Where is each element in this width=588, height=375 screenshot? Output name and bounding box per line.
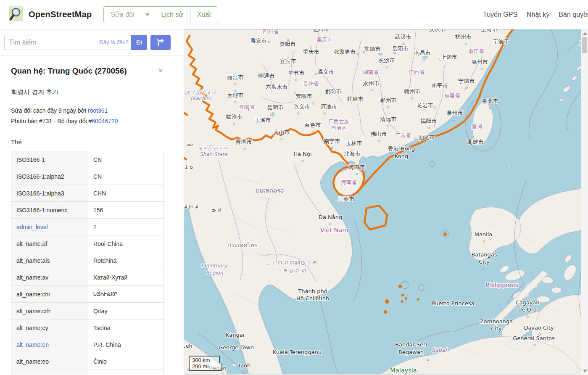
place-dot xyxy=(346,206,348,207)
place-dot xyxy=(235,101,236,103)
map-label: 北海市 xyxy=(344,151,361,157)
map-label: 佛山市 xyxy=(371,131,387,137)
place-dot xyxy=(235,83,236,85)
tag-value: Rotchina xyxy=(88,252,164,269)
tag-key: alt_name:als xyxy=(11,252,88,269)
directions-button[interactable] xyxy=(150,35,171,50)
place-dot xyxy=(245,372,246,373)
map-label: 上饶市 xyxy=(441,54,457,60)
map-label: de Oro xyxy=(518,306,537,313)
tag-key: alt_name:chr xyxy=(11,286,88,303)
edited-ago: cách đây 9 ngày xyxy=(33,107,76,114)
place-dot xyxy=(452,119,454,121)
map-label: 文山市 xyxy=(274,129,290,135)
search-go-button[interactable]: Đi xyxy=(131,35,147,50)
place-dot xyxy=(475,148,476,149)
place-dot xyxy=(330,223,331,225)
map-label: Begawan xyxy=(398,349,424,355)
nav-user-diaries[interactable]: Nhật ký xyxy=(527,11,549,18)
map-label: 桂林市 xyxy=(347,96,364,102)
tag-key xyxy=(11,370,88,375)
map-label: ရန်ကုန် xyxy=(184,203,198,210)
place-dot xyxy=(434,107,435,108)
map-viewport[interactable]: 四川省达州市安庆市上海市雅安市资阳市重庆市重庆市张家界市常德市武汉市岳阳市南昌市… xyxy=(184,29,588,375)
map-label: ရှမ်းပြည်နယ် xyxy=(197,145,228,151)
place-dot xyxy=(423,59,425,61)
brand[interactable]: OpenStreetMap xyxy=(0,5,92,24)
map-label: 兴义市 xyxy=(294,103,310,110)
place-dot xyxy=(428,127,430,129)
where-am-i-link[interactable]: Đây là đâu? xyxy=(100,39,129,45)
map-label: 普洱市 xyxy=(236,139,252,145)
map-label: 都匀市 xyxy=(325,88,342,95)
map-label: Batangas xyxy=(471,251,497,258)
map-label: 广西壮族 xyxy=(328,118,350,124)
edit-metadata: Sửa đổi cách đây 9 ngày bởi root361 Phiê… xyxy=(11,106,184,127)
map-label: Kong xyxy=(395,153,408,159)
map-label: 玉溪市 xyxy=(255,117,271,123)
map-label: Đà Nẵng xyxy=(319,214,342,220)
scrollbar-thumb[interactable] xyxy=(582,37,587,53)
map-label: (Kachin) xyxy=(190,95,211,101)
tag-row: alt_name:chrᏓᎶᏂᎨᏍᏛ xyxy=(11,286,164,303)
tag-value: Ĉinio xyxy=(88,353,164,370)
tag-row: alt_name:alsRotchina xyxy=(11,252,164,269)
map-label: ဘားအံ xyxy=(210,207,221,214)
edited-by: bởi xyxy=(78,107,86,114)
changeset-link[interactable]: 60046720 xyxy=(92,118,118,124)
map-label: Cagayan xyxy=(515,299,539,306)
tag-key-link[interactable]: alt_name:en xyxy=(16,341,49,348)
map-label: န်မာ xyxy=(184,164,193,171)
edit-button[interactable]: Sửa đổi xyxy=(104,7,141,23)
tag-key: alt_name:eo xyxy=(11,353,88,370)
map-label: 常德市 xyxy=(364,46,381,52)
place-dot xyxy=(466,87,467,89)
nav-gps-traces[interactable]: Tuyến GPS xyxy=(483,11,517,18)
tag-row: alt_name:enP.R. China xyxy=(11,336,164,353)
map-label: 广东省 xyxy=(395,132,411,138)
scale-km: 300 km xyxy=(189,356,220,363)
map-scale-bar: 300 km 200 mi xyxy=(189,356,222,371)
tags-heading: Thẻ xyxy=(11,138,184,145)
place-dot xyxy=(378,140,380,142)
map-label: 臺北市 xyxy=(482,98,498,104)
place-dot xyxy=(388,106,389,108)
close-icon[interactable]: × xyxy=(158,66,168,75)
chevron-down-icon xyxy=(145,13,150,16)
map-label: 云南省 xyxy=(239,104,255,110)
map-label: 宁德市 xyxy=(459,78,475,84)
sidebar-scrollbar[interactable] xyxy=(581,29,588,375)
map-label: 南昌市 xyxy=(414,50,431,56)
tag-key-link[interactable]: admin_level xyxy=(16,224,48,230)
place-dot xyxy=(310,47,312,48)
place-dot xyxy=(483,268,485,270)
map-label: 达州市 xyxy=(313,29,329,32)
scrollbar-down-icon[interactable] xyxy=(583,370,587,372)
place-dot xyxy=(244,148,245,150)
map-label: 百色市 xyxy=(305,122,321,128)
tag-value: CHN xyxy=(88,185,164,202)
map-label: 永州市 xyxy=(363,80,380,87)
nav-copyright[interactable]: Bản quyền xyxy=(559,11,588,18)
map-label: 郴州市 xyxy=(380,97,397,103)
export-button[interactable]: Xuất xyxy=(190,7,218,23)
map-label: 福建省 xyxy=(444,92,460,98)
map-label: 河池市 xyxy=(321,103,337,110)
map-label: Philippines xyxy=(485,282,518,288)
sidebar: Đây là đâu? Đi Quan hệ: Trung Quốc (2700… xyxy=(0,29,184,375)
editor-user-link[interactable]: root361 xyxy=(88,107,108,114)
map-label: 贵州省 xyxy=(303,80,319,87)
place-dot xyxy=(403,43,404,45)
place-dot xyxy=(527,316,528,317)
scrollbar-up-icon[interactable] xyxy=(583,32,587,35)
tag-value: Tseina xyxy=(88,320,164,336)
edit-dropdown-button[interactable] xyxy=(141,7,154,23)
top-nav-links: Tuyến GPS Nhật ký Bản quyền xyxy=(483,11,588,18)
history-button[interactable]: Lịch sử xyxy=(154,7,190,23)
map-label: 湖南省 xyxy=(363,69,379,75)
map-label: 浙江省 xyxy=(468,48,484,54)
tag-value: Хатай-Хутай xyxy=(88,269,164,286)
tag-value-link[interactable]: 2 xyxy=(93,224,97,230)
map-label: 海口市 xyxy=(349,164,365,170)
map-label: 江西省 xyxy=(409,69,425,75)
